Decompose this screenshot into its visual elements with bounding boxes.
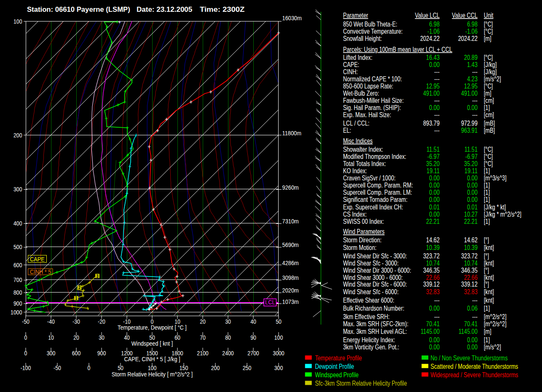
svg-text:-30: -30 [72,318,80,325]
svg-text:7310m: 7310m [282,218,299,225]
svg-text:-50: -50 [54,365,61,372]
svg-text:-100: -100 [21,365,31,372]
svg-text:1: 1 [75,295,78,301]
svg-text:0.00: 0.00 [467,343,478,351]
svg-text:600: 600 [13,262,22,268]
svg-text:100: 100 [13,18,22,25]
svg-text:0: 0 [24,350,27,357]
svg-text:300: 300 [274,365,283,372]
svg-text:Storm Direction:: Storm Direction: [343,236,381,244]
svg-text:Station: 06610 Payerne (LSMP): Station: 06610 Payerne (LSMP) [27,5,130,13]
svg-text:Storm Relative Helicity [ m^2: Storm Relative Helicity [ m^2/s^2 ] [112,371,193,378]
svg-text:[mB]: [mB] [484,126,495,134]
svg-text:Value CCL: Value CCL [452,11,478,19]
svg-text:LCL: LCL [265,299,275,306]
svg-text:9260m: 9260m [282,184,299,191]
svg-text:30: 30 [99,334,105,341]
svg-text:0.00: 0.00 [429,195,440,203]
svg-text:300: 300 [13,186,22,193]
svg-text:-40: -40 [47,318,55,325]
svg-text:Windspeed [ knt ]: Windspeed [ knt ] [131,340,173,347]
svg-text:No / Non Severe Thunderstorms: No / Non Severe Thunderstorms [430,354,507,362]
svg-text:2: 2 [78,285,80,290]
svg-text:339.12: 339.12 [423,280,440,288]
svg-text:Exp. Max. Hail Size:: Exp. Max. Hail Size: [343,110,391,118]
svg-text:CAPE, CINH * 5 [ J/kg ]: CAPE, CINH * 5 [ J/kg ] [124,356,180,362]
svg-text:700: 700 [13,277,22,283]
svg-text:40: 40 [250,318,256,325]
svg-text:5690m: 5690m [282,242,299,249]
svg-text:Dewpoint Profile: Dewpoint Profile [315,362,354,370]
svg-text:80: 80 [225,334,231,341]
svg-text:---: --- [434,296,440,304]
svg-text:200: 200 [211,365,220,372]
svg-text:2400: 2400 [222,350,233,357]
svg-text:11800m: 11800m [282,130,301,137]
svg-text:0.00: 0.00 [429,343,440,351]
svg-text:Wind Parameters: Wind Parameters [343,227,384,235]
svg-text:Time: 2300Z: Time: 2300Z [200,5,245,13]
svg-text:60: 60 [174,334,180,341]
svg-text:CAPE: CAPE [30,256,45,263]
svg-text:3km Vorticity Gen. Pot.:: 3km Vorticity Gen. Pot.: [343,343,399,351]
svg-text:500: 500 [13,244,22,250]
svg-text:22.21: 22.21 [464,217,478,225]
svg-text:Date: 23.12.2005: Date: 23.12.2005 [137,5,192,13]
svg-text:20: 20 [200,318,206,325]
svg-text:Storm Motion:: Storm Motion: [343,243,376,251]
svg-text:963.91: 963.91 [461,126,478,134]
svg-text:20: 20 [73,334,79,341]
svg-text:---: --- [434,110,440,118]
svg-text:70.41: 70.41 [464,320,478,328]
svg-text:-50: -50 [22,318,30,325]
svg-text:70: 70 [200,334,206,341]
svg-text:Value LCL: Value LCL [415,11,440,19]
svg-text:Significant Tornado Param:: Significant Tornado Param: [343,195,408,203]
svg-text:[1]: [1] [484,195,490,203]
svg-text:Scattered / Moderate Thunderst: Scattered / Moderate Thunderstorms [430,362,518,370]
svg-text:900: 900 [13,300,22,307]
svg-text:10.39: 10.39 [426,243,440,251]
svg-text:Wind Shear Dir Sfc - 6000:: Wind Shear Dir Sfc - 6000: [343,280,407,288]
svg-text:Max. 3km SRH Level AGL:: Max. 3km SRH Level AGL: [343,327,407,335]
svg-text:50: 50 [276,318,282,325]
svg-text:[knt]: [knt] [484,243,494,251]
svg-text:1073m: 1073m [282,298,299,305]
svg-text:[°]: [°] [484,236,489,244]
svg-text:70.41: 70.41 [426,320,440,328]
svg-text:[cm]: [cm] [484,110,494,118]
svg-text:-20: -20 [98,318,105,325]
svg-text:2024.22: 2024.22 [420,34,440,42]
svg-text:[°]: [°] [484,280,489,288]
svg-text:2100: 2100 [197,350,208,357]
svg-text:[m^2/s^2]: [m^2/s^2] [484,320,507,328]
svg-text:Effective Shear 6000:: Effective Shear 6000: [343,296,394,304]
svg-text:339.12: 339.12 [461,280,478,288]
svg-text:Sfc-3km Storm Relative Helicit: Sfc-3km Storm Relative Helicity Profile [315,379,407,387]
svg-text:[1]: [1] [484,304,490,312]
svg-text:22.21: 22.21 [426,217,440,225]
svg-text:16030m: 16030m [282,15,302,21]
svg-text:[m]: [m] [484,327,491,335]
svg-text:4286m: 4286m [282,260,299,267]
svg-text:Unit: Unit [484,11,494,19]
svg-text:1000: 1000 [11,309,22,316]
svg-text:3098m: 3098m [282,275,299,282]
svg-text:10.39: 10.39 [464,243,478,251]
svg-text:3: 3 [97,273,99,278]
svg-text:---: --- [472,110,478,118]
svg-text:0: 0 [88,365,91,372]
svg-text:Temperature, Dewpoint [ °C ]: Temperature, Dewpoint [ °C ] [118,324,187,331]
svg-text:14.62: 14.62 [426,236,440,244]
svg-text:0.06: 0.06 [467,304,478,312]
svg-text:0.00: 0.00 [429,304,440,312]
svg-text:Snowfall Height:: Snowfall Height: [343,34,382,42]
svg-text:---: --- [472,296,478,304]
svg-text:3000: 3000 [273,350,284,357]
svg-text:2024.22: 2024.22 [458,34,478,42]
svg-text:Misc Indices: Misc Indices [343,137,373,145]
svg-text:Windspeed Profile: Windspeed Profile [315,371,358,379]
svg-text:Bulk Richardson Number:: Bulk Richardson Number: [343,304,404,312]
svg-text:100: 100 [274,334,283,341]
svg-text:[knt]: [knt] [484,287,494,295]
